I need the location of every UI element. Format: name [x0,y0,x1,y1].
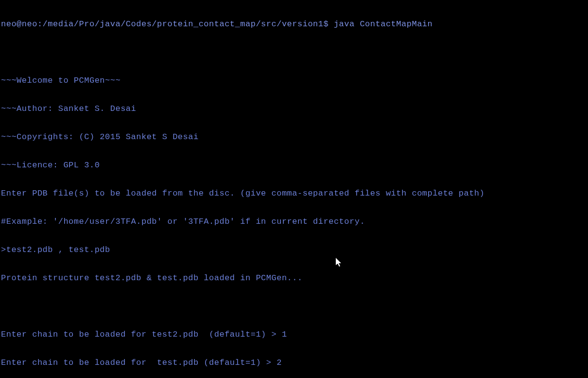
blank-line [1,299,587,313]
chain2-line: Enter chain to be loaded for test.pdb (d… [1,356,587,370]
shell-prompt: neo@neo:/media/Pro/java/Codes/protein_co… [1,19,334,29]
welcome-line: ~~~Welcome to PCMGen~~~ [1,73,587,88]
example-line: #Example: '/home/user/3TFA.pdb' or '3TFA… [1,215,587,229]
terminal-output[interactable]: neo@neo:/media/Pro/java/Codes/protein_co… [0,0,588,378]
loaded-line: Protein structure test2.pdb & test.pdb l… [1,271,587,285]
shell-prompt-line: neo@neo:/media/Pro/java/Codes/protein_co… [1,17,587,31]
copyright-line: ~~~Copyrights: (C) 2015 Sanket S Desai [1,130,587,144]
shell-command: java ContactMapMain [334,19,432,29]
chain1-line: Enter chain to be loaded for test2.pdb (… [1,327,587,342]
licence-line: ~~~Licence: GPL 3.0 [1,158,587,172]
enter-pdb-line: Enter PDB file(s) to be loaded from the … [1,186,587,200]
author-line: ~~~Author: Sanket S. Desai [1,102,587,116]
blank-line [1,45,587,59]
pdb-input-line: >test2.pdb , test.pdb [1,243,587,257]
